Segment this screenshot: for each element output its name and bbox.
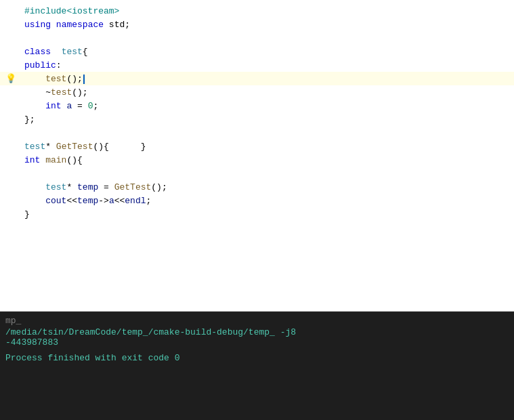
code-token: test bbox=[62, 47, 83, 57]
text-cursor bbox=[83, 75, 85, 84]
code-line: 💡 test(); bbox=[0, 72, 514, 85]
code-token: endl bbox=[125, 196, 146, 206]
code-token: } bbox=[24, 209, 30, 219]
code-line: } bbox=[0, 207, 514, 221]
terminal-panel: mp_ /media/tsin/DreamCode/temp_/cmake-bu… bbox=[0, 312, 514, 420]
code-token: ~ bbox=[45, 87, 51, 98]
code-token: = bbox=[98, 182, 114, 192]
code-token: }; bbox=[24, 114, 35, 125]
line-content: int main(){ bbox=[24, 155, 514, 165]
line-content: public: bbox=[24, 60, 514, 70]
line-content: int a = 0; bbox=[24, 101, 514, 111]
code-token: << bbox=[66, 196, 77, 206]
line-content: test* temp = GetTest(); bbox=[24, 182, 514, 192]
line-content: using namespace std; bbox=[24, 20, 514, 30]
code-token: ; bbox=[93, 101, 98, 111]
line-content: ~test(); bbox=[24, 87, 514, 98]
code-token: = bbox=[72, 101, 87, 111]
bulb-icon[interactable]: 💡 bbox=[5, 73, 16, 84]
code-line: class test{ bbox=[0, 45, 514, 58]
code-line: test* GetTest(){ } bbox=[0, 140, 514, 153]
code-token: temp bbox=[77, 182, 98, 192]
code-token: temp bbox=[77, 196, 98, 206]
code-token: cout bbox=[45, 196, 66, 206]
line-content: test* GetTest(){ } bbox=[24, 142, 514, 152]
code-line: public: bbox=[0, 58, 514, 72]
code-token: * bbox=[45, 142, 56, 152]
code-token bbox=[24, 87, 45, 98]
line-content: class test{ bbox=[24, 47, 514, 57]
code-line: int a = 0; bbox=[0, 99, 514, 112]
code-line bbox=[0, 167, 514, 180]
code-line: using namespace std; bbox=[0, 18, 514, 31]
code-token: { } bbox=[104, 142, 146, 152]
code-token: << bbox=[114, 196, 125, 206]
code-token: (); bbox=[66, 74, 82, 84]
code-token: namespace bbox=[56, 20, 104, 30]
line-content: cout<<temp->a<<endl; bbox=[24, 196, 514, 206]
code-token bbox=[51, 47, 62, 57]
code-line: }; bbox=[0, 112, 514, 126]
code-token bbox=[24, 196, 45, 206]
line-content: test(); bbox=[24, 74, 514, 84]
code-token: std; bbox=[104, 20, 130, 30]
code-token: using bbox=[24, 20, 51, 30]
line-content: } bbox=[24, 209, 514, 219]
code-token: ; bbox=[146, 196, 152, 206]
code-token: () bbox=[93, 142, 104, 152]
code-token bbox=[24, 74, 45, 84]
code-line: test* temp = GetTest(); bbox=[0, 180, 514, 194]
line-content: }; bbox=[24, 114, 514, 125]
code-token: a bbox=[109, 196, 114, 206]
terminal-command: /media/tsin/DreamCode/temp_/cmake-build-… bbox=[5, 327, 509, 337]
code-token: (); bbox=[72, 87, 87, 98]
terminal-exit: Process finished with exit code 0 bbox=[5, 353, 509, 363]
terminal-header: mp_ bbox=[5, 316, 509, 326]
code-token: * bbox=[66, 182, 77, 192]
code-token bbox=[24, 182, 45, 192]
code-token: int bbox=[45, 101, 61, 111]
line-gutter: 💡 bbox=[5, 73, 24, 84]
code-line: cout<<temp->a<<endl; bbox=[0, 194, 514, 207]
code-line bbox=[0, 126, 514, 140]
code-token: : bbox=[56, 60, 62, 70]
code-token: { bbox=[83, 47, 88, 57]
code-token: test bbox=[45, 74, 66, 84]
code-token bbox=[51, 20, 56, 30]
code-token: test bbox=[51, 87, 72, 98]
code-token: GetTest bbox=[114, 182, 152, 192]
code-token: int bbox=[24, 155, 40, 165]
code-line: #include<iostream> bbox=[0, 4, 514, 18]
terminal-output: -443987883 bbox=[5, 337, 509, 348]
code-token: public bbox=[24, 60, 56, 70]
code-token: test bbox=[45, 182, 66, 192]
code-token: class bbox=[24, 47, 51, 57]
code-token: GetTest bbox=[56, 142, 93, 152]
code-token: (){ bbox=[66, 155, 82, 165]
code-line: int main(){ bbox=[0, 153, 514, 167]
code-line: ~test(); bbox=[0, 85, 514, 99]
code-editor[interactable]: #include<iostream>using namespace std;cl… bbox=[0, 0, 514, 312]
code-token: main bbox=[45, 155, 66, 165]
code-token: (); bbox=[151, 182, 167, 192]
code-token: #include<iostream> bbox=[24, 6, 119, 16]
line-content: #include<iostream> bbox=[24, 6, 514, 16]
code-token bbox=[24, 101, 45, 111]
code-token: test bbox=[24, 142, 45, 152]
code-line bbox=[0, 31, 514, 45]
code-token: -> bbox=[98, 196, 109, 206]
